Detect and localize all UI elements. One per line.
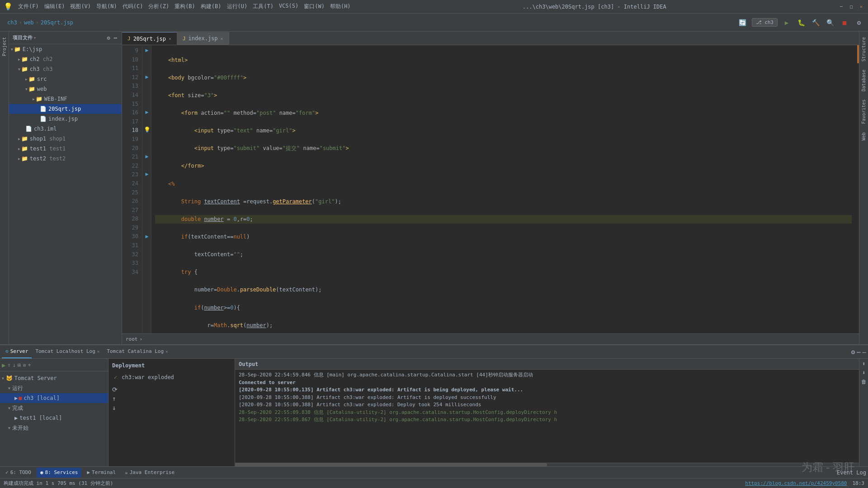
deploy-action-1[interactable]: ⟳ xyxy=(112,386,231,393)
tab-close-icon[interactable]: ✕ xyxy=(169,36,171,41)
bottom-nav-todo[interactable]: ✓ 6: TODO xyxy=(2,468,35,478)
add-icon[interactable]: + xyxy=(28,362,31,368)
services-item-ch3-local[interactable]: ▶ ■ ch3 [local] xyxy=(0,393,108,403)
event-log-label[interactable]: Event Log xyxy=(837,469,866,476)
build-button[interactable]: 🔨 xyxy=(810,17,821,28)
run-service-button[interactable]: ▶ xyxy=(2,361,5,369)
warning-icon-18[interactable]: 💡 xyxy=(142,127,151,133)
group-icon[interactable]: ⊞ xyxy=(18,362,21,368)
breadcrumb-root[interactable]: root xyxy=(126,336,138,342)
menu-vcs[interactable]: VCS(S) xyxy=(279,3,298,10)
settings-button[interactable]: ⚙ xyxy=(854,17,864,28)
minimize-button[interactable]: ─ xyxy=(838,4,844,10)
bottom-nav-terminal[interactable]: ▶ Terminal xyxy=(83,468,119,478)
sidebar-project-tab[interactable]: Project xyxy=(1,33,8,60)
fold-icon-12[interactable]: ▶ xyxy=(142,74,151,80)
tree-item-test2[interactable]: ▶ 📁 test2 test2 xyxy=(9,154,122,164)
menu-window[interactable]: 窗口(W) xyxy=(304,3,325,10)
breadcrumb-ch3[interactable]: ch3 xyxy=(7,19,17,26)
debug-button[interactable]: 🐛 xyxy=(796,17,807,28)
sync-button[interactable]: 🔄 xyxy=(737,17,748,28)
up-icon[interactable]: ↑ xyxy=(7,362,10,368)
tree-label: shop1 shop1 xyxy=(30,136,66,142)
tree-item-ch2[interactable]: ▶ 📁 ch2 ch2 xyxy=(9,54,122,64)
tree-item-ch3[interactable]: ▼ 📁 ch3 ch3 xyxy=(9,64,122,74)
h-scrollbar[interactable] xyxy=(235,463,859,466)
breadcrumb-file[interactable]: 20Sqrt.jsp xyxy=(41,19,73,26)
bottom-tab-server[interactable]: ⚙ Server xyxy=(2,346,32,358)
menu-tools[interactable]: 工具(T) xyxy=(253,3,274,10)
dropdown-icon[interactable]: ▾ xyxy=(33,35,36,40)
tree-item-ch3iml[interactable]: 📄 ch3.iml xyxy=(9,124,122,134)
menu-code[interactable]: 代码(C) xyxy=(123,3,143,10)
menu-build[interactable]: 构建(B) xyxy=(201,3,222,10)
run-button[interactable]: ▶ xyxy=(781,17,792,28)
deploy-action-3[interactable]: ↓ xyxy=(112,404,231,411)
menu-refactor[interactable]: 重构(B) xyxy=(175,3,195,10)
deploy-action-2[interactable]: ↑ xyxy=(112,395,231,402)
scrollbar-track[interactable] xyxy=(855,45,859,333)
tree-item-indexjsp[interactable]: 📄 index.jsp xyxy=(9,114,122,124)
filter-icon[interactable]: ≡ xyxy=(23,362,26,368)
clear-icon[interactable]: 🗑 xyxy=(861,379,867,385)
status-link[interactable]: https://blog.csdn.net/p/42459y0580 xyxy=(745,480,847,486)
panel-collapse[interactable]: — xyxy=(113,34,118,42)
services-item-tomcat[interactable]: ▼ 🐱 Tomcat Server xyxy=(0,373,108,383)
menu-file[interactable]: 文件(F) xyxy=(18,3,39,10)
code-content[interactable]: <html> <body bgcolor="#00ffff"> <font si… xyxy=(151,45,855,333)
tree-item-webinf[interactable]: ▶ 📁 WEB-INF xyxy=(9,94,122,104)
bottom-nav-java-enterprise[interactable]: ☕ Java Enterprise xyxy=(121,468,178,478)
services-group-done[interactable]: ▼ 完成 xyxy=(0,403,108,413)
right-tab-favorites[interactable]: Favorites xyxy=(860,96,867,127)
stop-button[interactable]: ■ xyxy=(839,17,850,28)
more-options-icon[interactable]: ⋯ xyxy=(857,348,860,356)
fold-icon-21[interactable]: ▶ xyxy=(142,153,151,160)
menu-bar[interactable]: 文件(F) 编辑(E) 视图(V) 导航(N) 代码(C) 分析(Z) 重构(B… xyxy=(18,3,351,10)
settings-icon[interactable]: ⚙ xyxy=(851,348,855,356)
code-editor[interactable]: 9 10 11 12 13 14 15 16 17 18 19 20 21 22… xyxy=(122,45,859,333)
tab-indexjsp[interactable]: J index.jsp ✕ xyxy=(177,32,229,45)
bottom-tab-catalina-log[interactable]: Tomcat Catalina Log ✕ xyxy=(103,346,171,358)
line-numbers: 9 10 11 12 13 14 15 16 17 18 19 20 21 22… xyxy=(122,45,142,333)
bottom-tab-localhost-log[interactable]: Tomcat Localhost Log ✕ xyxy=(32,346,103,358)
maximize-button[interactable]: □ xyxy=(848,4,854,10)
tree-item-web[interactable]: ▼ 📁 web xyxy=(9,84,122,94)
cursor-position[interactable]: 18:3 xyxy=(853,480,865,486)
window-controls[interactable]: ─ □ ✕ xyxy=(838,4,864,10)
menu-run[interactable]: 运行(U) xyxy=(227,3,248,10)
services-group-notstarted[interactable]: ▼ 未开始 xyxy=(0,423,108,433)
close-button[interactable]: ✕ xyxy=(858,4,864,10)
menu-view[interactable]: 视图(V) xyxy=(70,3,91,10)
tree-item-shop1[interactable]: ▶ 📁 shop1 shop1 xyxy=(9,134,122,144)
fold-icon-9[interactable]: ▶ xyxy=(142,47,151,53)
menu-nav[interactable]: 导航(N) xyxy=(96,3,117,10)
tab-close-icon[interactable]: ✕ xyxy=(97,349,99,354)
right-tab-structure[interactable]: Structure xyxy=(860,33,867,65)
tab-close-icon[interactable]: ✕ xyxy=(165,349,168,354)
search-everywhere[interactable]: 🔍 xyxy=(825,17,835,28)
tree-item-20sqrt[interactable]: 📄 20Sqrt.jsp xyxy=(9,104,122,114)
breadcrumb-web[interactable]: web xyxy=(24,19,34,26)
down-icon[interactable]: ↓ xyxy=(13,362,16,368)
right-tab-web[interactable]: Web xyxy=(860,129,867,144)
services-group-running[interactable]: ▼ 运行 xyxy=(0,383,108,393)
fold-icon-16[interactable]: ▶ xyxy=(142,109,151,115)
tree-item-src[interactable]: ▶ 📁 src xyxy=(9,74,122,84)
minimize-panel-icon[interactable]: — xyxy=(863,348,866,356)
menu-edit[interactable]: 编辑(E) xyxy=(44,3,65,10)
fold-icon-30[interactable]: ▶ xyxy=(142,233,151,239)
branch-selector[interactable]: ⎇ ch3 xyxy=(752,18,778,27)
tree-item-ejsp[interactable]: ▼ 📁 E:\jsp xyxy=(9,44,122,54)
fold-icon-23[interactable]: ▶ xyxy=(142,171,151,177)
tab-close-icon[interactable]: ✕ xyxy=(221,36,223,41)
tree-item-test1[interactable]: ▶ 📁 test1 test1 xyxy=(9,144,122,154)
tab-20sqrt[interactable]: J 20Sqrt.jsp ✕ xyxy=(122,32,177,45)
menu-help[interactable]: 帮助(H) xyxy=(330,3,351,10)
right-tab-database[interactable]: Database xyxy=(860,66,867,95)
scroll-bottom-icon[interactable]: ⬇ xyxy=(862,370,865,376)
bottom-nav-services[interactable]: ◉ 8: Services xyxy=(37,468,81,478)
services-item-test1-local[interactable]: ▶ test1 [local] xyxy=(0,413,108,423)
menu-analyze[interactable]: 分析(Z) xyxy=(148,3,169,10)
panel-settings[interactable]: ⚙ xyxy=(106,34,111,42)
scroll-top-icon[interactable]: ⬆ xyxy=(862,361,865,367)
